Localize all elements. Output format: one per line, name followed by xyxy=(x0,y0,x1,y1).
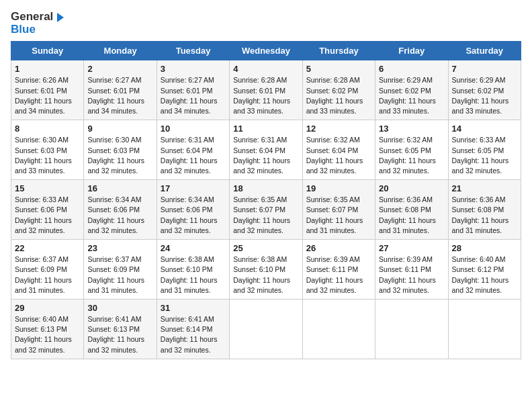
calendar-cell: 7Sunrise: 6:29 AM Sunset: 6:02 PM Daylig… xyxy=(448,60,521,120)
day-header-thursday: Thursday xyxy=(302,42,375,60)
day-number: 13 xyxy=(379,124,444,134)
day-number: 23 xyxy=(87,243,152,253)
calendar-cell: 24Sunrise: 6:38 AM Sunset: 6:10 PM Dayli… xyxy=(157,240,229,300)
day-header-wednesday: Wednesday xyxy=(230,42,302,60)
calendar-cell: 14Sunrise: 6:33 AM Sunset: 6:05 PM Dayli… xyxy=(448,120,521,180)
day-info: Sunrise: 6:29 AM Sunset: 6:02 PM Dayligh… xyxy=(452,75,517,116)
calendar-cell: 13Sunrise: 6:32 AM Sunset: 6:05 PM Dayli… xyxy=(375,120,448,180)
day-number: 6 xyxy=(379,64,444,74)
day-number: 30 xyxy=(87,303,152,313)
day-info: Sunrise: 6:38 AM Sunset: 6:10 PM Dayligh… xyxy=(161,255,226,295)
day-number: 27 xyxy=(379,243,444,253)
calendar-cell: 23Sunrise: 6:37 AM Sunset: 6:09 PM Dayli… xyxy=(84,240,157,300)
day-number: 17 xyxy=(161,183,226,193)
calendar-table: SundayMondayTuesdayWednesdayThursdayFrid… xyxy=(11,41,521,359)
day-info: Sunrise: 6:33 AM Sunset: 6:06 PM Dayligh… xyxy=(15,195,80,236)
day-info: Sunrise: 6:31 AM Sunset: 6:04 PM Dayligh… xyxy=(233,135,298,176)
day-number: 10 xyxy=(161,124,226,134)
day-header-tuesday: Tuesday xyxy=(157,42,229,60)
calendar-cell: 31Sunrise: 6:41 AM Sunset: 6:14 PM Dayli… xyxy=(157,299,229,359)
calendar-cell: 26Sunrise: 6:39 AM Sunset: 6:11 PM Dayli… xyxy=(302,240,375,300)
day-info: Sunrise: 6:41 AM Sunset: 6:14 PM Dayligh… xyxy=(161,314,226,355)
day-number: 11 xyxy=(233,124,298,134)
day-info: Sunrise: 6:35 AM Sunset: 6:07 PM Dayligh… xyxy=(233,195,298,236)
day-number: 24 xyxy=(161,243,226,253)
calendar-cell xyxy=(302,299,375,359)
day-info: Sunrise: 6:40 AM Sunset: 6:12 PM Dayligh… xyxy=(452,255,517,295)
calendar-cell: 18Sunrise: 6:35 AM Sunset: 6:07 PM Dayli… xyxy=(230,180,302,240)
calendar-cell: 12Sunrise: 6:32 AM Sunset: 6:04 PM Dayli… xyxy=(302,120,375,180)
day-info: Sunrise: 6:33 AM Sunset: 6:05 PM Dayligh… xyxy=(452,135,517,176)
day-number: 8 xyxy=(15,124,80,134)
calendar-week-4: 22Sunrise: 6:37 AM Sunset: 6:09 PM Dayli… xyxy=(11,240,521,300)
day-info: Sunrise: 6:35 AM Sunset: 6:07 PM Dayligh… xyxy=(306,195,371,236)
day-number: 31 xyxy=(161,303,226,313)
svg-marker-0 xyxy=(57,13,64,22)
day-number: 4 xyxy=(233,64,298,74)
calendar-cell: 20Sunrise: 6:36 AM Sunset: 6:08 PM Dayli… xyxy=(375,180,448,240)
day-info: Sunrise: 6:38 AM Sunset: 6:10 PM Dayligh… xyxy=(233,255,298,295)
day-number: 18 xyxy=(233,183,298,193)
calendar-week-1: 1Sunrise: 6:26 AM Sunset: 6:01 PM Daylig… xyxy=(11,60,521,120)
calendar-cell: 1Sunrise: 6:26 AM Sunset: 6:01 PM Daylig… xyxy=(11,60,84,120)
calendar-cell: 10Sunrise: 6:31 AM Sunset: 6:04 PM Dayli… xyxy=(157,120,229,180)
day-number: 14 xyxy=(452,124,517,134)
day-info: Sunrise: 6:40 AM Sunset: 6:13 PM Dayligh… xyxy=(15,314,80,355)
day-number: 2 xyxy=(87,64,152,74)
day-info: Sunrise: 6:29 AM Sunset: 6:02 PM Dayligh… xyxy=(379,75,444,116)
day-info: Sunrise: 6:34 AM Sunset: 6:06 PM Dayligh… xyxy=(161,195,226,236)
calendar-cell: 5Sunrise: 6:28 AM Sunset: 6:02 PM Daylig… xyxy=(302,60,375,120)
day-info: Sunrise: 6:26 AM Sunset: 6:01 PM Dayligh… xyxy=(15,75,80,116)
day-number: 9 xyxy=(87,124,152,134)
calendar-cell: 17Sunrise: 6:34 AM Sunset: 6:06 PM Dayli… xyxy=(157,180,229,240)
calendar-cell xyxy=(448,299,521,359)
logo: General Blue xyxy=(11,11,66,36)
day-number: 15 xyxy=(15,183,80,193)
calendar-cell: 27Sunrise: 6:39 AM Sunset: 6:11 PM Dayli… xyxy=(375,240,448,300)
day-info: Sunrise: 6:30 AM Sunset: 6:03 PM Dayligh… xyxy=(87,135,152,176)
calendar-cell: 4Sunrise: 6:28 AM Sunset: 6:01 PM Daylig… xyxy=(230,60,302,120)
day-info: Sunrise: 6:39 AM Sunset: 6:11 PM Dayligh… xyxy=(306,255,371,295)
logo-wordmark: General Blue xyxy=(11,11,66,36)
day-info: Sunrise: 6:30 AM Sunset: 6:03 PM Dayligh… xyxy=(15,135,80,176)
calendar-week-5: 29Sunrise: 6:40 AM Sunset: 6:13 PM Dayli… xyxy=(11,299,521,359)
calendar-cell xyxy=(230,299,302,359)
calendar-cell: 15Sunrise: 6:33 AM Sunset: 6:06 PM Dayli… xyxy=(11,180,84,240)
calendar-cell: 8Sunrise: 6:30 AM Sunset: 6:03 PM Daylig… xyxy=(11,120,84,180)
day-info: Sunrise: 6:27 AM Sunset: 6:01 PM Dayligh… xyxy=(161,75,226,116)
day-info: Sunrise: 6:36 AM Sunset: 6:08 PM Dayligh… xyxy=(452,195,517,236)
day-info: Sunrise: 6:39 AM Sunset: 6:11 PM Dayligh… xyxy=(379,255,444,295)
day-info: Sunrise: 6:34 AM Sunset: 6:06 PM Dayligh… xyxy=(87,195,152,236)
calendar-cell: 21Sunrise: 6:36 AM Sunset: 6:08 PM Dayli… xyxy=(448,180,521,240)
logo-general: General xyxy=(11,10,53,23)
logo-blue: Blue xyxy=(11,23,36,36)
day-info: Sunrise: 6:28 AM Sunset: 6:01 PM Dayligh… xyxy=(233,75,298,116)
day-number: 5 xyxy=(306,64,371,74)
day-number: 19 xyxy=(306,183,371,193)
day-header-monday: Monday xyxy=(84,42,157,60)
day-number: 29 xyxy=(15,303,80,313)
calendar-cell: 2Sunrise: 6:27 AM Sunset: 6:01 PM Daylig… xyxy=(84,60,157,120)
calendar-cell: 19Sunrise: 6:35 AM Sunset: 6:07 PM Dayli… xyxy=(302,180,375,240)
calendar-week-2: 8Sunrise: 6:30 AM Sunset: 6:03 PM Daylig… xyxy=(11,120,521,180)
calendar-header-row: SundayMondayTuesdayWednesdayThursdayFrid… xyxy=(11,42,521,60)
day-info: Sunrise: 6:37 AM Sunset: 6:09 PM Dayligh… xyxy=(15,255,80,295)
calendar-cell: 25Sunrise: 6:38 AM Sunset: 6:10 PM Dayli… xyxy=(230,240,302,300)
calendar-cell: 29Sunrise: 6:40 AM Sunset: 6:13 PM Dayli… xyxy=(11,299,84,359)
day-header-sunday: Sunday xyxy=(11,42,84,60)
logo-arrow-icon xyxy=(54,11,66,24)
day-info: Sunrise: 6:31 AM Sunset: 6:04 PM Dayligh… xyxy=(161,135,226,176)
calendar-cell: 30Sunrise: 6:41 AM Sunset: 6:13 PM Dayli… xyxy=(84,299,157,359)
calendar-cell: 16Sunrise: 6:34 AM Sunset: 6:06 PM Dayli… xyxy=(84,180,157,240)
calendar-cell: 9Sunrise: 6:30 AM Sunset: 6:03 PM Daylig… xyxy=(84,120,157,180)
page-header: General Blue xyxy=(11,11,521,36)
day-info: Sunrise: 6:41 AM Sunset: 6:13 PM Dayligh… xyxy=(87,314,152,355)
calendar-cell: 6Sunrise: 6:29 AM Sunset: 6:02 PM Daylig… xyxy=(375,60,448,120)
day-info: Sunrise: 6:32 AM Sunset: 6:04 PM Dayligh… xyxy=(306,135,371,176)
day-header-friday: Friday xyxy=(375,42,448,60)
day-info: Sunrise: 6:37 AM Sunset: 6:09 PM Dayligh… xyxy=(87,255,152,295)
day-number: 3 xyxy=(161,64,226,74)
day-number: 16 xyxy=(87,183,152,193)
day-number: 20 xyxy=(379,183,444,193)
calendar-cell: 28Sunrise: 6:40 AM Sunset: 6:12 PM Dayli… xyxy=(448,240,521,300)
